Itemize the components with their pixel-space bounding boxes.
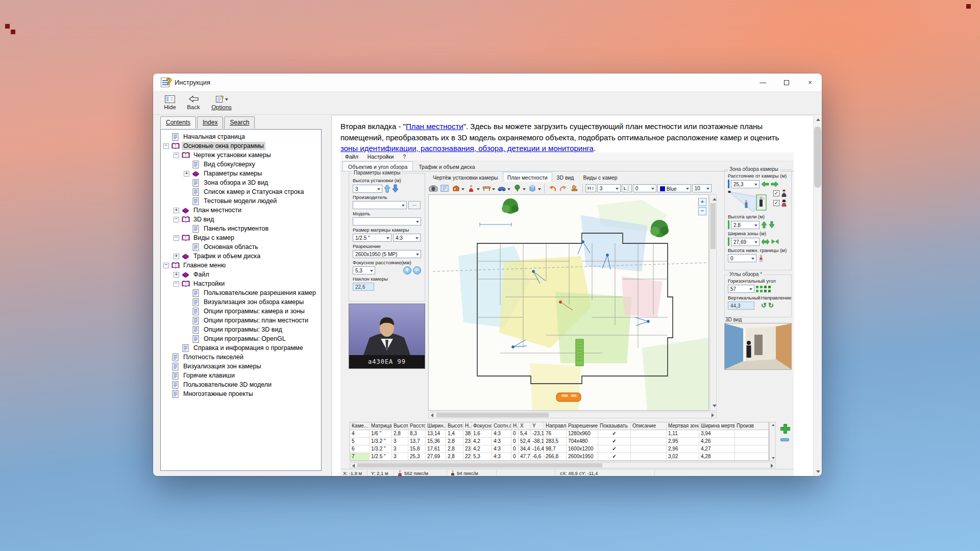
show-camera-checkbox[interactable]: ✓ <box>598 438 631 445</box>
object-height-select[interactable]: 3 <box>597 184 621 192</box>
tree-item[interactable]: Тестовые модели людей <box>161 196 321 206</box>
person-tool-icon[interactable] <box>466 184 476 193</box>
menu-file[interactable]: Файл <box>345 154 358 160</box>
scroll-up-icon[interactable] <box>713 196 717 201</box>
content-vertical-scrollbar[interactable] <box>813 115 822 476</box>
rotate-ccw-icon[interactable]: ↺ <box>761 303 767 309</box>
tree-item[interactable]: Вид сбоку/сверху <box>161 160 321 169</box>
tree-expander-icon[interactable] <box>174 272 179 278</box>
tree-expander-icon[interactable] <box>174 217 179 222</box>
column-header[interactable]: Ширина мертв... <box>699 422 735 430</box>
tree-item[interactable]: Пользовательские разрешения камер <box>161 288 321 297</box>
resolution-select[interactable]: 2600x1950 (5 MP) <box>353 250 421 258</box>
column-header[interactable]: X <box>519 422 531 430</box>
column-header[interactable]: Матрица <box>370 422 392 430</box>
tree-item[interactable]: Визуализация зон камеры <box>161 362 321 371</box>
tab-index[interactable]: Index <box>197 116 223 129</box>
browse-button[interactable]: ... <box>408 201 421 209</box>
tab-search[interactable]: Search <box>224 116 255 129</box>
box-dropdown-caret[interactable] <box>538 188 541 192</box>
stamp-tool-icon[interactable] <box>570 184 580 193</box>
options-button[interactable]: Options <box>207 94 236 113</box>
mount-height-select[interactable]: 3 <box>353 185 382 193</box>
plan-vertical-scrollbar[interactable] <box>709 194 717 411</box>
tree-item[interactable]: Многоэтажные проекты <box>161 389 321 398</box>
tree-item[interactable]: Виды с камер <box>161 233 321 242</box>
car-tool-icon[interactable] <box>497 184 507 193</box>
target-height-select[interactable]: 2.8 <box>731 221 760 229</box>
add-camera-button[interactable] <box>780 424 789 433</box>
table-horizontal-scrollbar[interactable] <box>350 462 776 468</box>
redo-icon[interactable] <box>558 184 569 193</box>
grid-step-select[interactable]: 10 <box>692 184 712 192</box>
lower-camera-icon[interactable] <box>392 184 399 193</box>
box-tool-icon[interactable] <box>527 184 537 193</box>
maximize-button[interactable] <box>775 73 798 92</box>
back-button[interactable]: Back <box>182 94 205 113</box>
tree-item[interactable]: Параметры камеры <box>161 169 321 178</box>
column-header[interactable]: Направле... <box>544 422 567 430</box>
scrollbar-thumb[interactable] <box>814 127 821 188</box>
column-header[interactable]: Соотн.ст... <box>492 422 511 430</box>
main-tab[interactable]: Трафик и объем диска <box>413 161 480 171</box>
camera-tool-icon[interactable] <box>428 184 438 193</box>
scroll-down-icon[interactable] <box>772 457 775 461</box>
hide-button[interactable]: Hide <box>158 94 182 113</box>
tree-dropdown-caret[interactable] <box>523 188 526 192</box>
show-woman-checkbox[interactable] <box>773 200 779 206</box>
column-header[interactable]: Н... <box>463 422 472 430</box>
widen-angle-icon[interactable] <box>756 286 763 292</box>
tree-item[interactable]: Горячие клавиши <box>161 371 321 380</box>
tree-expander-icon[interactable] <box>163 143 169 149</box>
tree-expander-icon[interactable] <box>174 281 179 287</box>
scroll-left-icon[interactable] <box>350 464 355 468</box>
view-tab[interactable]: План местности <box>503 172 552 182</box>
building-dropdown-caret[interactable] <box>461 188 464 192</box>
tree-item[interactable]: 3D вид <box>161 215 321 224</box>
view-tab[interactable]: Чертёж установки камеры <box>428 172 503 182</box>
target-down-icon[interactable] <box>769 221 775 229</box>
scroll-right-icon[interactable] <box>771 464 775 468</box>
furniture-tool-icon[interactable] <box>481 184 492 193</box>
column-header[interactable]: Высота ... <box>392 422 408 430</box>
scroll-down-icon[interactable] <box>816 470 820 475</box>
tree-item[interactable]: Справка и информация о программе <box>161 343 321 353</box>
show-camera-checkbox[interactable]: ✓ <box>598 453 631 461</box>
zoom-out-button[interactable]: − <box>698 207 706 215</box>
view3d-preview[interactable] <box>724 323 792 370</box>
remove-camera-button[interactable] <box>780 438 789 441</box>
undo-icon[interactable] <box>547 184 557 193</box>
column-header[interactable]: Y <box>531 422 544 430</box>
tree-item[interactable]: Зона обзора и 3D вид <box>161 178 321 187</box>
view-tab[interactable]: Виды с камер <box>579 172 622 182</box>
narrow-zone-icon[interactable] <box>771 239 779 244</box>
link-zones[interactable]: зоны идентификации, распознавания, обзор… <box>340 144 594 153</box>
zone-nearer-icon[interactable] <box>761 181 769 187</box>
raise-camera-icon[interactable] <box>384 184 390 193</box>
sensor-size-select[interactable]: 1/2.5 " <box>353 234 391 242</box>
menu-help[interactable]: ? <box>403 154 406 160</box>
column-header[interactable]: Мертвая зона <box>667 422 699 430</box>
table-row[interactable]: 51/3.2 " 313,7 15,362,8 23,24,2 4:30 52,… <box>350 438 769 445</box>
tree-item[interactable]: Файл <box>161 270 321 279</box>
focal-plus-button[interactable]: + <box>403 266 411 274</box>
floor-plan-canvas[interactable]: + − <box>428 194 709 411</box>
tree-item[interactable]: Опции программы: план местности <box>161 316 321 325</box>
column-header[interactable]: Высота з... <box>446 422 463 430</box>
tree-item[interactable]: Трафик и объем диска <box>161 252 321 261</box>
scrollbar-thumb[interactable] <box>710 203 716 249</box>
tree-item[interactable]: Опции программы: 3D вид <box>161 325 321 334</box>
show-camera-checkbox[interactable]: ✓ <box>598 430 631 438</box>
layer-select[interactable]: 0 <box>633 184 656 192</box>
scroll-down-icon[interactable] <box>713 405 717 409</box>
column-header[interactable]: Каме... <box>350 422 370 430</box>
close-button[interactable]: × <box>798 73 822 92</box>
tree-expander-icon[interactable] <box>174 235 179 241</box>
view-tab[interactable]: 3D вид <box>552 172 579 182</box>
tree-item[interactable]: Опции программы: камера и зоны <box>161 307 321 316</box>
layer-button[interactable]: L <box>622 184 632 192</box>
plan-tool-icon[interactable] <box>439 184 450 193</box>
tree-item[interactable]: План местности <box>161 206 321 215</box>
column-header[interactable]: Рассто... <box>408 422 426 430</box>
tree-item[interactable]: Пользовательские 3D модели <box>161 380 321 389</box>
